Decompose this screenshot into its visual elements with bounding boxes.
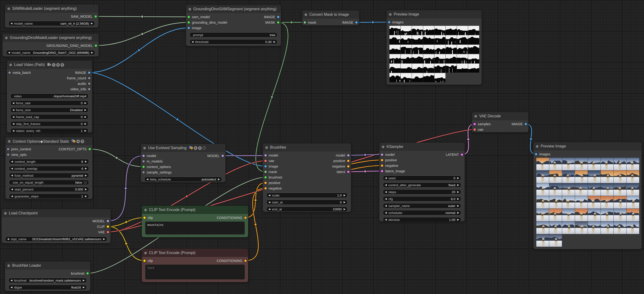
collapse-dot[interactable] bbox=[5, 36, 8, 39]
widget-start_percent[interactable]: ◀start_percent0.000▶ bbox=[9, 187, 89, 192]
input-slot-dot-vae[interactable] bbox=[474, 128, 476, 131]
input-slot-dot-mask[interactable] bbox=[304, 21, 306, 24]
collapse-dot[interactable] bbox=[4, 212, 7, 215]
widget-use_on_equal_length[interactable]: use_on_equal_lengthfalse bbox=[9, 180, 89, 185]
widget-prompt[interactable]: prompttree bbox=[190, 32, 278, 37]
widget-left-arrow[interactable]: ◀ bbox=[12, 130, 14, 132]
input-slot-dot-context_options[interactable] bbox=[142, 166, 145, 168]
widget-frame_load_cap[interactable]: ◀frame_load_cap0▶ bbox=[10, 114, 88, 119]
widget-right-arrow[interactable]: ▶ bbox=[457, 198, 459, 200]
widget-right-arrow[interactable]: ▶ bbox=[344, 208, 346, 210]
widget-skip_first_frames[interactable]: ◀skip_first_frames0▶ bbox=[10, 121, 88, 126]
widget-right-arrow[interactable]: ▶ bbox=[83, 279, 85, 282]
widget-cfg[interactable]: ◀cfg8.0▶ bbox=[383, 196, 461, 202]
prompt-textarea[interactable]: text bbox=[145, 265, 245, 280]
output-slot-dot-CONTEXT_OPTS[interactable] bbox=[88, 148, 91, 150]
output-slot-dot-IMAGE[interactable] bbox=[277, 16, 280, 18]
output-slot-dot-brushnet[interactable] bbox=[86, 272, 89, 275]
widget-scheduler[interactable]: ◀schedulernormal▶ bbox=[383, 210, 461, 215]
widget-right-arrow[interactable]: ▶ bbox=[85, 174, 87, 177]
output-slot-dot-positive[interactable] bbox=[347, 160, 350, 162]
input-slot-dot-image[interactable] bbox=[264, 165, 267, 168]
input-slot-dot-sam_model[interactable] bbox=[188, 16, 190, 18]
node-clip_red[interactable]: CLIP Text Encode (Prompt)clipCONDITIONIN… bbox=[142, 249, 248, 282]
collapse-dot[interactable] bbox=[382, 146, 384, 148]
widget-model_name[interactable]: ◀model_namesam_vit_h (2.56GB)▶ bbox=[8, 21, 95, 26]
widget-right-arrow[interactable]: ▶ bbox=[274, 41, 275, 43]
output-slot-dot-MODEL[interactable] bbox=[107, 220, 109, 222]
widget-right-arrow[interactable]: ▶ bbox=[218, 178, 220, 180]
output-slot-dot-VAE[interactable] bbox=[107, 231, 109, 233]
widget-select_every_nth[interactable]: ◀select_every_nth1▶ bbox=[10, 128, 88, 133]
output-slot-dot-audio[interactable] bbox=[88, 82, 90, 85]
widget-left-arrow[interactable]: ◀ bbox=[385, 198, 387, 200]
widget-left-arrow[interactable]: ◀ bbox=[12, 109, 14, 111]
widget-right-arrow[interactable]: ▶ bbox=[85, 160, 87, 163]
input-slot-dot-samples[interactable] bbox=[474, 123, 476, 125]
input-slot-dot-clip[interactable] bbox=[143, 217, 146, 219]
widget-left-arrow[interactable]: ◀ bbox=[11, 167, 13, 170]
widget-threshold[interactable]: ◀threshold0.30▶ bbox=[190, 39, 278, 44]
output-slot-dot-LATENT[interactable] bbox=[461, 153, 463, 156]
widget-control_after_generate[interactable]: ◀control_after_generatefixed▶ bbox=[383, 182, 461, 188]
collapse-dot[interactable] bbox=[265, 146, 268, 149]
collapse-dot[interactable] bbox=[8, 7, 10, 10]
widget-left-arrow[interactable]: ◀ bbox=[10, 279, 12, 282]
widget-right-arrow[interactable]: ▶ bbox=[344, 201, 346, 203]
input-slot-dot-model[interactable] bbox=[264, 154, 267, 157]
input-slot-dot-clip[interactable] bbox=[143, 260, 146, 262]
output-slot-dot-video_info[interactable] bbox=[88, 88, 90, 90]
widget-left-arrow[interactable]: ◀ bbox=[11, 188, 13, 191]
widget-left-arrow[interactable]: ◀ bbox=[11, 160, 13, 163]
input-slot-dot-model[interactable] bbox=[381, 153, 383, 156]
collapse-dot[interactable] bbox=[8, 264, 10, 267]
input-slot-dot-brushnet[interactable] bbox=[264, 176, 267, 179]
node-sam_loader[interactable]: SAMModelLoader (segment anything)SAM_MOD… bbox=[5, 4, 98, 28]
widget-left-arrow[interactable]: ◀ bbox=[385, 191, 387, 193]
widget-right-arrow[interactable]: ▶ bbox=[84, 123, 86, 125]
widget-right-arrow[interactable]: ▶ bbox=[457, 219, 459, 221]
widget-left-arrow[interactable]: ◀ bbox=[268, 208, 270, 210]
widget-left-arrow[interactable]: ◀ bbox=[146, 178, 148, 180]
output-slot-dot-CONDITIONING[interactable] bbox=[244, 217, 247, 219]
widget-right-arrow[interactable]: ▶ bbox=[85, 195, 87, 197]
widget-left-arrow[interactable]: ◀ bbox=[385, 219, 387, 221]
widget-seed[interactable]: ◀seed0▶ bbox=[383, 175, 461, 181]
widget-start_at[interactable]: ◀start_at0▶ bbox=[266, 200, 348, 205]
node-graph-canvas[interactable]: SAMModelLoader (segment anything)SAM_MOD… bbox=[0, 0, 644, 294]
widget-left-arrow[interactable]: ◀ bbox=[385, 212, 387, 214]
node-brushnet_loader[interactable]: BrushNet Loaderbrushnet◀brushnetbrushnet… bbox=[5, 261, 90, 291]
widget-left-arrow[interactable]: ◀ bbox=[11, 174, 13, 177]
input-slot-dot-m_models[interactable] bbox=[142, 160, 145, 163]
widget-brushnet[interactable]: ◀brushnetbrushnet/random_mask.safetensor… bbox=[8, 278, 87, 283]
input-slot-dot-grounding_dino_model[interactable] bbox=[188, 21, 190, 24]
node-load_checkpoint[interactable]: Load CheckpointMODELCLIPVAE◀ckpt_nameSD1… bbox=[2, 209, 111, 243]
collapse-dot[interactable] bbox=[188, 8, 191, 10]
widget-left-arrow[interactable]: ◀ bbox=[12, 102, 14, 104]
input-slot-dot-mask[interactable] bbox=[264, 171, 267, 173]
output-slot-dot-MASK[interactable] bbox=[277, 21, 280, 24]
widget-right-arrow[interactable]: ▶ bbox=[84, 116, 86, 118]
widget-video[interactable]: video./input/AnimateDiff.mp4 bbox=[10, 93, 88, 99]
widget-right-arrow[interactable]: ▶ bbox=[91, 22, 93, 25]
input-slot-dot-model[interactable] bbox=[142, 155, 145, 157]
widget-right-arrow[interactable]: ▶ bbox=[84, 102, 86, 104]
widget-right-arrow[interactable]: ▶ bbox=[457, 177, 459, 179]
widget-right-arrow[interactable]: ▶ bbox=[84, 130, 86, 132]
collapse-dot[interactable] bbox=[8, 140, 10, 143]
output-slot-dot-CONDITIONING[interactable] bbox=[244, 260, 247, 262]
widget-right-arrow[interactable]: ▶ bbox=[83, 286, 85, 289]
widget-force_rate[interactable]: ◀force_rate0▶ bbox=[10, 100, 88, 106]
node-dino_seg[interactable]: GroundingDinoSAMSegment (segment anythin… bbox=[186, 5, 281, 46]
widget-ckpt_name[interactable]: ◀ckpt_nameSD15/realisticVisionV60B1_v51V… bbox=[5, 236, 107, 242]
widget-left-arrow[interactable]: ◀ bbox=[192, 41, 194, 43]
node-context_options[interactable]: Context Options◆Standard StaticADprev_co… bbox=[5, 137, 92, 199]
widget-right-arrow[interactable]: ▶ bbox=[91, 51, 93, 54]
widget-left-arrow[interactable]: ◀ bbox=[12, 116, 14, 118]
widget-steps[interactable]: ◀steps20▶ bbox=[383, 189, 461, 195]
collapse-dot[interactable] bbox=[143, 147, 146, 149]
node-dino_loader[interactable]: GroundingDinoModelLoader (segment anythi… bbox=[2, 33, 99, 57]
node-load_video[interactable]: Load Video (Path)VHSmeta_batchIMAGEframe… bbox=[7, 60, 92, 133]
input-slot-dot-view_opts[interactable] bbox=[7, 153, 9, 156]
widget-right-arrow[interactable]: ▶ bbox=[457, 184, 459, 186]
